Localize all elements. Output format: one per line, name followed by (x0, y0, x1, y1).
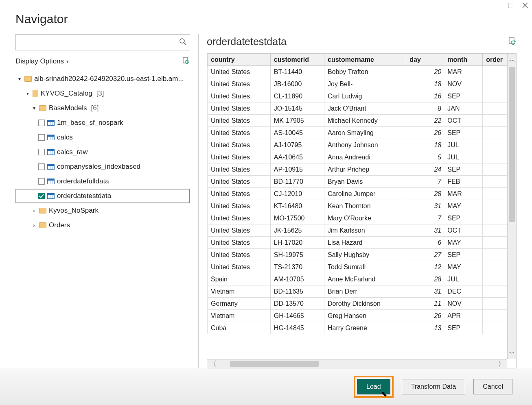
disclosure-icon[interactable]: ▾ (25, 91, 30, 96)
cell-order (483, 224, 507, 237)
table-row[interactable]: United StatesSH-19975Sally Hughsby27SEP (208, 249, 507, 261)
table-row[interactable]: United StatesJO-15145Jack O'Briant8JAN (208, 102, 507, 115)
table-row[interactable]: United StatesKT-16480Kean Thornton31MAY (208, 200, 507, 212)
disclosure-icon[interactable]: ▹ (32, 222, 37, 228)
tree-table-item-selected[interactable]: orderdatetestdata (15, 189, 190, 203)
horizontal-scrollbar[interactable]: 〈 〉 (207, 359, 507, 368)
table-icon (47, 164, 55, 170)
cell-order (483, 78, 507, 90)
database-icon (33, 90, 38, 97)
table-row[interactable]: United StatesBD-11770Bryan Davis7FEB (208, 176, 507, 188)
table-row[interactable]: GermanyDD-13570Dorothy Dickinson11NOV (208, 298, 507, 310)
cancel-button[interactable]: Cancel (473, 379, 512, 394)
cell-country: United States (208, 200, 271, 212)
column-header[interactable]: month (444, 54, 483, 66)
cell-day: 18 (406, 78, 444, 90)
tree-orders-node[interactable]: ▹ Orders (15, 218, 190, 233)
checkbox[interactable] (38, 178, 45, 185)
search-input[interactable] (19, 39, 179, 46)
search-box[interactable] (15, 34, 190, 50)
load-button[interactable]: Load (357, 379, 390, 394)
column-header[interactable]: order (483, 54, 507, 66)
table-row[interactable]: VietnamBD-11635Brian Derr31DEC (208, 285, 507, 298)
column-header[interactable]: customerid (270, 54, 324, 66)
tree-node-label: calcs_raw (57, 148, 88, 156)
table-row[interactable]: United StatesCJ-12010Caroline Jumper28MA… (208, 188, 507, 200)
cell-order (483, 90, 507, 102)
tree-root-node[interactable]: ▾ alb-srinadh20242-624920320.us-east-1.e… (15, 72, 190, 86)
table-row[interactable]: United StatesAJ-10795Anthony Johnson18JU… (208, 139, 507, 151)
cell-day: 8 (406, 102, 444, 115)
cell-country: United States (208, 163, 271, 176)
table-row[interactable]: United StatesAS-10045Aaron Smayling26SEP (208, 127, 507, 139)
table-row[interactable]: United StatesJK-15625Jim Karlsson31OCT (208, 224, 507, 237)
column-header[interactable]: country (208, 54, 271, 66)
cell-day: 26 (406, 310, 444, 322)
checkbox-checked[interactable] (38, 193, 45, 199)
dialog-footer: Load ⬉ Transform Data Cancel (0, 368, 532, 405)
cell-month: SEP (444, 127, 483, 139)
table-row[interactable]: United StatesMK-17905Michael Kennedy22OC… (208, 115, 507, 127)
scrollbar-track[interactable] (508, 65, 516, 348)
table-row[interactable]: SpainAM-10705Anne McFarland28JUL (208, 273, 507, 285)
table-row[interactable]: United StatesLH-17020Lisa Hazard6MAY (208, 237, 507, 249)
cell-customername: Jack O'Briant (324, 102, 406, 115)
close-button[interactable] (522, 2, 528, 8)
scroll-down-icon[interactable]: ﹀ (508, 348, 516, 359)
cell-order (483, 273, 507, 285)
tree-table-item[interactable]: 1m_base_sf_nospark (15, 115, 190, 130)
table-row[interactable]: United StatesAA-10645Anna Andreadi5JUL (208, 151, 507, 163)
cell-customername: Joy Bell- (324, 78, 406, 90)
scroll-left-icon[interactable]: 〈 (207, 359, 219, 369)
checkbox[interactable] (38, 163, 45, 170)
cell-order (483, 237, 507, 249)
refresh-icon[interactable] (182, 57, 190, 66)
tree-table-item[interactable]: calcs (15, 130, 190, 145)
cell-order (483, 176, 507, 188)
checkbox[interactable] (38, 120, 45, 126)
scrollbar-track[interactable] (219, 359, 496, 368)
tree-basemodels-node[interactable]: ▾ BaseModels [6] (15, 101, 190, 115)
scrollbar-thumb[interactable] (230, 361, 319, 367)
disclosure-icon[interactable]: ▹ (32, 208, 37, 213)
table-row[interactable]: United StatesCL-11890Carl Ludwig16SEP (208, 90, 507, 102)
svg-rect-0 (508, 3, 513, 8)
chevron-down-icon: ▾ (66, 59, 69, 64)
sheet-refresh-icon[interactable] (508, 37, 517, 47)
transform-data-button[interactable]: Transform Data (402, 379, 466, 394)
search-icon[interactable] (179, 38, 186, 47)
cell-customerid: GH-14665 (270, 310, 324, 322)
table-row[interactable]: CubaHG-14845Harry Greene13SEP (208, 322, 507, 334)
disclosure-icon[interactable]: ▾ (17, 76, 22, 82)
display-options-dropdown[interactable]: Display Options ▾ (15, 57, 69, 65)
table-row[interactable]: VietnamGH-14665Greg Hansen26APR (208, 310, 507, 322)
column-header[interactable]: day (406, 54, 444, 66)
tree-nospark-node[interactable]: ▹ Kyvos_NoSpark (15, 203, 190, 218)
tree-catalog-node[interactable]: ▾ KYVOS_Catalog [3] (15, 86, 190, 101)
checkbox[interactable] (38, 149, 45, 155)
table-row[interactable]: United StatesMO-17500Mary O'Rourke7SEP (208, 212, 507, 224)
scrollbar-thumb[interactable] (509, 67, 515, 222)
cell-month: SEP (444, 90, 483, 102)
cell-month: MAY (444, 237, 483, 249)
table-row[interactable]: United StatesBT-11440Bobby Trafton20MAR (208, 66, 507, 78)
tree-table-item[interactable]: companysales_indexbased (15, 159, 190, 174)
cell-day: 20 (406, 66, 444, 78)
table-row[interactable]: United StatesJB-16000Joy Bell-18NOV (208, 78, 507, 90)
navigator-tree: ▾ alb-srinadh20242-624920320.us-east-1.e… (15, 72, 190, 368)
column-header[interactable]: customername (324, 54, 406, 66)
cell-day: 26 (406, 127, 444, 139)
scroll-right-icon[interactable]: 〉 (496, 359, 507, 369)
table-row[interactable]: United StatesAP-10915Arthur Prichep24SEP (208, 163, 507, 176)
maximize-button[interactable] (508, 2, 513, 8)
vertical-scrollbar[interactable]: ︿ ﹀ (507, 54, 516, 359)
scroll-up-icon[interactable]: ︿ (508, 54, 516, 65)
checkbox[interactable] (38, 134, 45, 141)
table-row[interactable]: United StatesTS-21370Todd Sumrall12MAY (208, 261, 507, 273)
disclosure-icon[interactable]: ▾ (32, 105, 37, 111)
cell-month: SEP (444, 249, 483, 261)
tree-table-item[interactable]: calcs_raw (15, 145, 190, 159)
tree-table-item[interactable]: orderdatefulldata (15, 174, 190, 189)
cell-customername: Michael Kennedy (324, 115, 406, 127)
cell-day: 31 (406, 285, 444, 298)
